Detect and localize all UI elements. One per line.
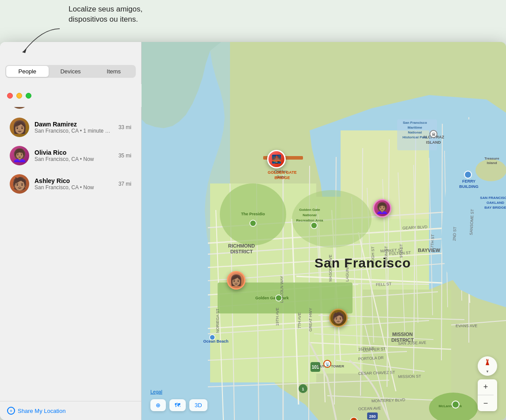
person-location-olivia: San Francisco, CA • Now — [34, 156, 113, 162]
zoom-out-button[interactable]: − — [478, 395, 494, 411]
svg-text:🏛: 🏛 — [432, 132, 436, 137]
map-pin-ashley[interactable]: 🧑🏽 — [329, 309, 348, 327]
app-window: People Devices Items 🧑🏿 Me Cupertino, CA… — [0, 42, 506, 420]
svg-text:DISTRICT: DISTRICT — [230, 249, 253, 254]
svg-text:Maritime: Maritime — [408, 126, 422, 130]
svg-text:Recreation Area: Recreation Area — [296, 218, 323, 222]
svg-text:Historical Park: Historical Park — [402, 135, 428, 139]
svg-text:1: 1 — [302, 387, 304, 391]
compass[interactable]: ▼ N — [478, 356, 497, 376]
svg-text:GREAT HWY: GREAT HWY — [308, 308, 313, 332]
map-icon: 🗺 — [175, 402, 180, 409]
zoom-controls: + − — [478, 379, 497, 411]
share-location-icon: + — [7, 407, 15, 415]
svg-text:RICHMOND: RICHMOND — [228, 243, 255, 248]
person-name-olivia: Olivia Rico — [34, 149, 113, 156]
location-button[interactable]: ⊕ — [150, 399, 166, 411]
map-pin-dawn[interactable]: 👩🏽 — [227, 271, 245, 290]
svg-text:280: 280 — [369, 414, 376, 419]
tab-bar: People Devices Items — [5, 65, 136, 78]
svg-point-138 — [452, 401, 459, 408]
avatar-ashley: 🧑🏽 — [10, 174, 29, 194]
tab-items[interactable]: Items — [92, 66, 135, 77]
person-name-dawn: Dawn Ramirez — [34, 121, 113, 128]
people-list: 🧑🏿 Me Cupertino, CA 👩🏽 Dawn Ramirez San … — [0, 83, 141, 401]
zoom-in-button[interactable]: + — [478, 379, 494, 395]
list-item-dawn[interactable]: 👩🏽 Dawn Ramirez San Francisco, CA • 1 mi… — [3, 113, 138, 141]
svg-text:7TH ST: 7TH ST — [430, 234, 435, 248]
person-distance-olivia: 35 mi — [119, 153, 131, 159]
avatar-olivia: 👩🏽‍🦱 — [10, 146, 29, 165]
minimize-button[interactable] — [16, 93, 22, 99]
svg-text:NORIEGA ST: NORIEGA ST — [215, 308, 220, 333]
person-location-dawn: San Francisco, CA • 1 minute ago — [34, 128, 113, 134]
svg-text:FERRY: FERRY — [462, 179, 475, 183]
list-item-olivia[interactable]: 👩🏽‍🦱 Olivia Rico San Francisco, CA • Now… — [3, 141, 138, 170]
svg-point-126 — [464, 171, 472, 178]
map-controls: ▼ N + − — [478, 356, 497, 411]
person-info-olivia: Olivia Rico San Francisco, CA • Now — [34, 149, 113, 162]
person-name-ashley: Ashley Rico — [34, 177, 113, 184]
map-pin-olivia[interactable]: 👩🏽‍🦱 — [373, 199, 391, 218]
svg-text:Island: Island — [487, 161, 497, 165]
svg-text:ISLAND: ISLAND — [426, 140, 441, 145]
svg-text:MISSION ST: MISSION ST — [398, 374, 422, 379]
3d-label: 3D — [195, 402, 202, 409]
svg-point-131 — [250, 220, 256, 226]
svg-point-132 — [311, 222, 317, 229]
svg-point-129 — [210, 335, 215, 340]
person-location-ashley: San Francisco, CA • Now — [34, 184, 113, 191]
svg-text:OAKLAND: OAKLAND — [487, 201, 504, 205]
svg-text:EVANS AVE: EVANS AVE — [456, 324, 477, 328]
3d-button[interactable]: 3D — [189, 399, 207, 411]
map-toolbar: ⊕ 🗺 3D — [150, 399, 207, 411]
tab-devices[interactable]: Devices — [50, 66, 92, 77]
map-svg: 101 1 280 GEARY BLVD FULTON ST LINCOLN W… — [142, 42, 506, 420]
tooltip-line2: dispositivos ou itens. — [69, 15, 142, 25]
compass-n-label: N — [486, 358, 489, 362]
svg-text:San Francisco: San Francisco — [314, 256, 411, 270]
svg-text:19TH AVE: 19TH AVE — [275, 308, 280, 326]
titlebar — [0, 84, 142, 107]
map-view-button[interactable]: 🗺 — [169, 399, 186, 411]
svg-text:OCEAN AVE: OCEAN AVE — [358, 406, 381, 411]
list-item-ashley[interactable]: 🧑🏽 Ashley Rico San Francisco, CA • Now 3… — [3, 170, 138, 198]
legal-text[interactable]: Legal — [150, 389, 162, 394]
share-location-button[interactable]: + Share My Location — [0, 401, 141, 420]
svg-text:Ocean Beach: Ocean Beach — [203, 339, 228, 344]
svg-text:National: National — [303, 213, 317, 217]
tooltip: Localize seus amigos, dispositivos ou it… — [69, 4, 142, 25]
svg-text:BRIDGE: BRIDGE — [274, 176, 290, 180]
svg-text:San Francisco: San Francisco — [403, 121, 427, 125]
svg-text:Treasure: Treasure — [484, 157, 499, 160]
svg-text:SAN FRANCISCO-: SAN FRANCISCO- — [480, 196, 506, 200]
svg-point-130 — [276, 295, 282, 301]
svg-text:National: National — [408, 130, 422, 134]
tabs-area: People Devices Items — [0, 42, 141, 83]
svg-text:The Presidio: The Presidio — [241, 212, 265, 216]
svg-text:FELL ST: FELL ST — [376, 282, 392, 287]
location-icon: ⊕ — [156, 402, 161, 409]
person-info-ashley: Ashley Rico San Francisco, CA • Now — [34, 177, 113, 191]
sidebar: People Devices Items 🧑🏿 Me Cupertino, CA… — [0, 42, 142, 420]
svg-text:BAY BRIDGE: BAY BRIDGE — [484, 206, 506, 210]
maximize-button[interactable] — [26, 93, 31, 99]
svg-text:16TH ST: 16TH ST — [358, 346, 375, 351]
svg-text:BAYVIEW: BAYVIEW — [418, 248, 441, 253]
close-button[interactable] — [7, 93, 13, 99]
tooltip-line1: Localize seus amigos, — [69, 4, 142, 15]
svg-text:DISTRICT: DISTRICT — [391, 337, 414, 343]
svg-text:BUILDING: BUILDING — [459, 184, 479, 189]
svg-text:2ND ST: 2ND ST — [452, 226, 457, 241]
share-location-label: Share My Location — [18, 408, 65, 414]
person-distance-ashley: 37 mi — [119, 181, 131, 187]
svg-text:GOLDEN GATE: GOLDEN GATE — [268, 170, 296, 175]
map-area: 101 1 280 GEARY BLVD FULTON ST LINCOLN W… — [142, 42, 506, 420]
svg-text:Golden Gate: Golden Gate — [299, 208, 320, 212]
svg-text:Golden Gate Park: Golden Gate Park — [255, 296, 289, 300]
golden-gate-pin[interactable]: 🌉 — [267, 150, 286, 168]
avatar-dawn: 👩🏽 — [10, 118, 29, 137]
tab-people[interactable]: People — [6, 66, 49, 77]
svg-text:📡: 📡 — [325, 362, 330, 367]
person-info-dawn: Dawn Ramirez San Francisco, CA • 1 minut… — [34, 121, 113, 134]
